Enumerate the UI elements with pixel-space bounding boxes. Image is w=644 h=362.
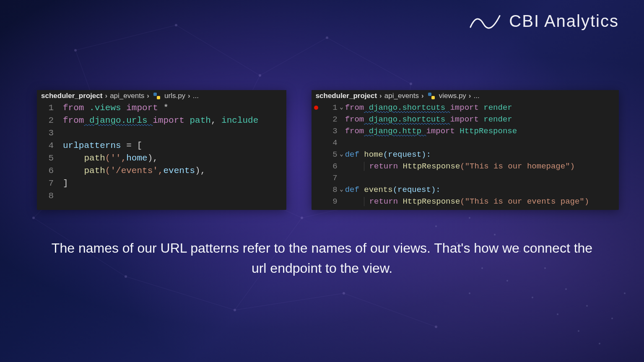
crumb-file: views.py xyxy=(439,92,466,100)
svg-point-37 xyxy=(506,280,508,282)
line-number: 4 xyxy=(312,137,342,149)
line-number: 6 xyxy=(312,160,342,172)
chevron-right-icon: › xyxy=(188,92,190,100)
code-line: from .views import * xyxy=(60,102,286,114)
indent-guide-icon xyxy=(364,197,364,206)
editor-panels: scheduler_project › api_events › urls.py… xyxy=(37,90,619,210)
crumb-app: api_events xyxy=(384,92,419,100)
python-file-icon xyxy=(428,93,435,99)
line-number: 4 xyxy=(37,140,60,152)
brand-name: CBI Analytics xyxy=(509,12,619,31)
breakpoint-icon xyxy=(314,106,318,110)
line-number: 7 xyxy=(37,177,60,190)
line-number: 2 xyxy=(312,114,342,125)
line-number: 5 xyxy=(37,152,60,165)
chevron-right-icon: › xyxy=(379,92,382,100)
svg-point-31 xyxy=(494,234,496,235)
line-number: 8 xyxy=(37,190,60,202)
code-line: path('/events',events), xyxy=(60,165,286,177)
brand-logo: CBI Analytics xyxy=(469,9,619,33)
line-number: 2 xyxy=(37,114,60,127)
line-number: 6 xyxy=(37,165,60,177)
code-line xyxy=(60,190,286,202)
svg-point-30 xyxy=(469,217,470,219)
breadcrumb: scheduler_project › api_events › views.p… xyxy=(312,90,619,102)
svg-point-39 xyxy=(557,313,558,315)
svg-point-45 xyxy=(624,292,626,294)
code-line: path('',home), xyxy=(60,152,286,165)
code-block: 1⌄ from django.shortcuts import render 2… xyxy=(312,102,619,210)
svg-point-44 xyxy=(611,318,613,319)
code-line: from django.http import HttpResponse xyxy=(342,125,619,137)
crumb-file: urls.py xyxy=(164,92,185,100)
code-line: ] xyxy=(60,177,286,190)
crumb-app: api_events xyxy=(110,92,144,100)
svg-point-43 xyxy=(435,225,437,227)
indent-guide-icon xyxy=(364,162,364,171)
crumb-project: scheduler_project xyxy=(41,92,102,100)
svg-point-40 xyxy=(578,330,579,332)
svg-point-38 xyxy=(532,297,533,298)
code-line: from django.shortcuts import render xyxy=(342,102,619,114)
code-line: def events(request): xyxy=(342,184,619,196)
chevron-right-icon: › xyxy=(147,92,149,100)
code-line: return HttpResponse("This is our homepag… xyxy=(342,160,619,172)
svg-point-47 xyxy=(469,292,470,294)
line-number: 3 xyxy=(37,127,60,140)
code-line: from django.urls import path, include xyxy=(60,114,286,127)
brand-mark-icon xyxy=(469,9,501,33)
editor-views: scheduler_project › api_events › views.p… xyxy=(312,90,619,210)
chevron-down-icon: ⌄ xyxy=(340,101,343,113)
code-line xyxy=(342,172,619,184)
breadcrumb: scheduler_project › api_events › urls.py… xyxy=(37,90,286,102)
svg-point-35 xyxy=(586,305,588,307)
svg-point-34 xyxy=(565,288,567,290)
python-file-icon xyxy=(153,93,160,99)
crumb-project: scheduler_project xyxy=(316,92,377,100)
code-line xyxy=(60,127,286,140)
crumb-more: ... xyxy=(193,92,199,100)
line-number: 3 xyxy=(312,125,342,137)
chevron-right-icon: › xyxy=(421,92,424,100)
line-number: 8⌄ xyxy=(312,184,342,196)
line-number: 1 xyxy=(37,102,60,114)
code-line: return HttpResponse("This is our events … xyxy=(342,196,619,207)
editor-urls: scheduler_project › api_events › urls.py… xyxy=(37,90,286,210)
chevron-right-icon: › xyxy=(105,92,107,100)
code-line: from django.shortcuts import render xyxy=(342,114,619,125)
chevron-down-icon: ⌄ xyxy=(340,184,343,195)
chevron-down-icon: ⌄ xyxy=(340,148,343,160)
line-number: 1⌄ xyxy=(312,102,342,114)
code-line: urlpatterns = [ xyxy=(60,140,286,152)
svg-point-41 xyxy=(599,343,600,344)
code-block: 1 from .views import * 2 from django.url… xyxy=(37,102,286,205)
line-number: 7 xyxy=(312,172,342,184)
line-number: 9 xyxy=(312,196,342,207)
chevron-right-icon: › xyxy=(469,92,471,100)
crumb-more: ... xyxy=(474,92,480,100)
code-line: def home(request): xyxy=(342,149,619,160)
slide-caption: The names of our URL patterns refer to t… xyxy=(0,238,644,278)
line-number: 5⌄ xyxy=(312,149,342,160)
code-line xyxy=(342,137,619,149)
